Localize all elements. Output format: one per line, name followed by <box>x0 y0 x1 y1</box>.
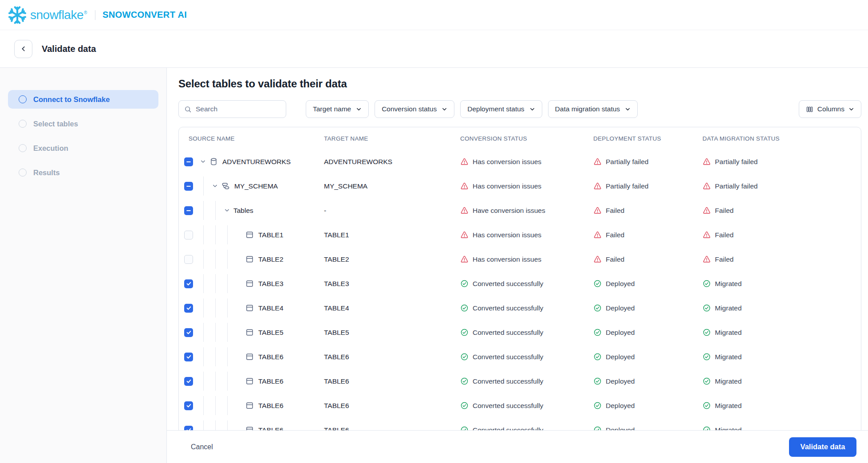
success-icon <box>702 377 711 385</box>
row-checkbox[interactable] <box>184 182 193 191</box>
success-icon <box>593 426 602 430</box>
database-icon <box>209 157 218 166</box>
table-row: TABLE6TABLE6Converted successfullyDeploy… <box>179 418 861 430</box>
filter-deployment-status[interactable]: Deployment status <box>460 100 542 118</box>
success-icon <box>593 328 602 337</box>
table-row: TABLE5TABLE5Converted successfullyDeploy… <box>179 320 861 345</box>
conversion-status-text: Converted successfully <box>473 353 543 361</box>
success-icon <box>702 328 711 337</box>
target-name: TABLE5 <box>324 329 349 337</box>
warning-icon <box>702 157 711 166</box>
table-row: TABLE6TABLE6Converted successfullyDeploy… <box>179 345 861 369</box>
row-checkbox[interactable] <box>184 426 193 431</box>
source-name: TABLE4 <box>258 304 284 312</box>
migration-status-text: Failed <box>715 231 734 239</box>
step-label: Connect to Snowflake <box>33 95 110 104</box>
deployment-status-text: Deployed <box>606 329 635 337</box>
conversion-status-text: Converted successfully <box>473 280 543 288</box>
row-checkbox[interactable] <box>184 279 193 288</box>
table-icon <box>245 231 254 239</box>
conversion-status-text: Has conversion issues <box>473 255 541 263</box>
tree-guide-line <box>227 274 228 293</box>
tree-guide-line <box>203 372 204 391</box>
step-label: Execution <box>33 144 68 153</box>
validate-data-button[interactable]: Validate data <box>789 437 856 457</box>
success-icon <box>460 377 469 385</box>
step-circle-icon <box>19 120 27 128</box>
tree-guide-line <box>203 177 204 196</box>
target-name: MY_SCHEMA <box>324 182 367 190</box>
chevron-down-icon[interactable] <box>224 208 230 213</box>
tree-guide-line <box>227 396 228 415</box>
row-checkbox[interactable] <box>184 328 193 337</box>
warning-icon <box>702 231 711 239</box>
migration-status-text: Migrated <box>715 353 742 361</box>
table-row: Tables-Have conversion issuesFailedFaile… <box>179 198 861 223</box>
conversion-status-text: Has conversion issues <box>473 158 541 166</box>
warning-icon <box>702 206 711 215</box>
warning-icon <box>460 231 469 239</box>
chevron-down-icon <box>529 106 535 112</box>
target-name: TABLE4 <box>324 304 349 312</box>
row-checkbox[interactable] <box>184 231 193 239</box>
warning-icon <box>702 182 711 190</box>
deployment-status-text: Deployed <box>606 280 635 288</box>
deployment-status-text: Deployed <box>606 426 635 431</box>
target-name: TABLE6 <box>324 402 349 410</box>
page-header: Validate data <box>0 30 868 68</box>
filter-conversion-status[interactable]: Conversion status <box>375 100 454 118</box>
table-body: ADVENTUREWORKSADVENTUREWORKSHas conversi… <box>179 149 861 430</box>
tree-guide-line <box>203 420 204 430</box>
row-checkbox[interactable] <box>184 377 193 386</box>
tree-guide-line <box>215 201 216 220</box>
row-checkbox[interactable] <box>184 401 193 410</box>
table-icon <box>245 353 254 361</box>
step-execution[interactable]: Execution <box>8 139 158 157</box>
column-header-target-name: TARGET NAME <box>324 135 460 142</box>
deployment-status-text: Deployed <box>606 304 635 312</box>
step-connect-to-snowflake[interactable]: Connect to Snowflake <box>8 90 158 109</box>
tree-guide-line <box>227 347 228 366</box>
conversion-status-text: Converted successfully <box>473 304 543 312</box>
tables-card: SOURCE NAME TARGET NAME CONVERSION STATU… <box>178 127 861 430</box>
row-checkbox[interactable] <box>184 353 193 361</box>
tree-guide-line <box>203 347 204 366</box>
filter-toolbar: Target name Conversion status Deployment… <box>178 100 861 118</box>
tree-guide-line <box>215 298 216 318</box>
tree-guide-line <box>227 372 228 391</box>
back-button[interactable] <box>14 40 32 58</box>
source-name: TABLE5 <box>258 329 284 337</box>
migration-status-text: Partially failed <box>715 182 758 190</box>
success-icon <box>593 377 602 385</box>
source-name: TABLE6 <box>258 402 284 410</box>
success-icon <box>460 401 469 410</box>
column-header-conversion-status: CONVERSION STATUS <box>460 135 593 142</box>
table-row: TABLE6TABLE6Converted successfullyDeploy… <box>179 369 861 393</box>
chevron-down-icon[interactable] <box>212 183 218 189</box>
success-icon <box>593 401 602 410</box>
step-select-tables[interactable]: Select tables <box>8 114 158 133</box>
success-icon <box>593 353 602 361</box>
chevron-down-icon[interactable] <box>200 159 206 165</box>
snowflake-logo-icon <box>7 5 28 25</box>
column-header-deployment-status: DEPLOYMENT STATUS <box>593 135 702 142</box>
table-icon <box>245 255 254 263</box>
step-results[interactable]: Results <box>8 163 158 182</box>
row-checkbox[interactable] <box>184 304 193 313</box>
chevron-down-icon <box>848 106 854 112</box>
search-input[interactable] <box>196 105 280 113</box>
row-checkbox[interactable] <box>184 206 193 215</box>
columns-button[interactable]: Columns <box>799 100 861 118</box>
filter-target-name[interactable]: Target name <box>306 100 369 118</box>
filter-label: Data migration status <box>555 105 620 113</box>
chevron-down-icon <box>625 106 631 112</box>
filter-data-migration-status[interactable]: Data migration status <box>548 100 638 118</box>
schema-icon <box>221 182 230 190</box>
filter-label: Target name <box>313 105 351 113</box>
section-heading: Select tables to validate their data <box>178 78 861 90</box>
source-name: TABLE6 <box>258 377 284 385</box>
warning-icon <box>460 255 469 263</box>
row-checkbox[interactable] <box>184 157 193 166</box>
row-checkbox[interactable] <box>184 255 193 264</box>
cancel-button[interactable]: Cancel <box>191 443 213 451</box>
